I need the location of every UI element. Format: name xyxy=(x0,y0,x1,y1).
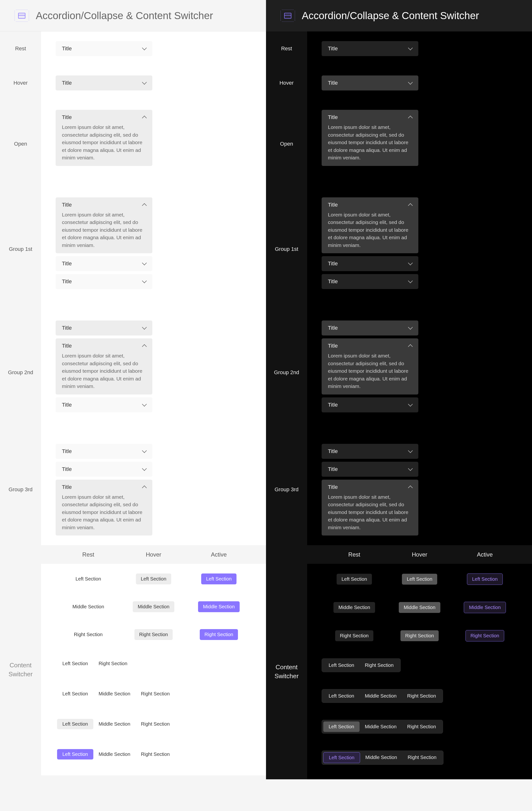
accordion-title: Title xyxy=(328,202,338,208)
tab-middle[interactable]: Middle Section xyxy=(93,689,136,699)
tab-left[interactable]: Left Section xyxy=(57,719,93,729)
tab-middle[interactable]: Middle Section xyxy=(360,721,402,732)
accordion-title: Title xyxy=(62,466,72,472)
state-label-group3: Group 3rd xyxy=(0,434,41,546)
tab-left[interactable]: Left Section xyxy=(57,658,93,669)
tab-right[interactable]: Right Section xyxy=(402,721,441,732)
accordion-title: Title xyxy=(62,343,72,349)
tab-right[interactable]: Right Section xyxy=(136,689,175,699)
tab-right[interactable]: Right Section xyxy=(402,752,442,763)
accordion-item-open[interactable]: Title Lorem ipsum dolor sit amet, consec… xyxy=(56,338,152,395)
tab-middle[interactable]: Middle Section xyxy=(67,601,109,612)
tab-left[interactable]: Left Section xyxy=(323,752,360,763)
accordion-item[interactable]: Title xyxy=(322,321,418,336)
tab-middle[interactable]: Middle Section xyxy=(464,602,506,613)
tab-right[interactable]: Right Section xyxy=(200,629,238,640)
accordion-body: Lorem ipsum dolor sit amet, consectetur … xyxy=(328,493,412,531)
content-switcher-group: Left Section Middle Section Right Sectio… xyxy=(322,751,443,765)
tab-right[interactable]: Right Section xyxy=(135,629,173,640)
tab-left[interactable]: Left Section xyxy=(323,691,360,701)
accordion-item[interactable]: Title xyxy=(322,256,418,271)
chevron-down-icon xyxy=(142,402,147,407)
tab-left[interactable]: Left Section xyxy=(71,573,106,584)
tab-left[interactable]: Left Section xyxy=(323,721,360,732)
state-label-open: Open xyxy=(266,100,307,188)
accordion-item[interactable]: Title xyxy=(56,41,152,56)
chevron-up-icon xyxy=(142,344,147,349)
accordion-item[interactable]: Title xyxy=(322,75,418,90)
chevron-up-icon xyxy=(408,486,413,490)
tab-left[interactable]: Left Section xyxy=(57,689,93,699)
accordion-item[interactable]: Title xyxy=(322,462,418,477)
tab-middle[interactable]: Middle Section xyxy=(360,691,402,701)
accordion-item[interactable]: Title xyxy=(56,397,152,412)
accordion-item-open[interactable]: Title Lorem ipsum dolor sit amet, consec… xyxy=(322,110,418,166)
tab-right[interactable]: Right Section xyxy=(136,719,175,729)
state-label-hover: Hover xyxy=(266,66,307,100)
accordion-title: Title xyxy=(62,114,72,120)
tab-left[interactable]: Left Section xyxy=(57,749,93,760)
tab-middle[interactable]: Middle Section xyxy=(133,601,174,612)
tab-middle[interactable]: Middle Section xyxy=(93,719,136,729)
accordion-title: Title xyxy=(62,402,72,408)
header-icon-frame xyxy=(281,10,295,22)
tab-middle[interactable]: Middle Section xyxy=(198,601,239,612)
tab-right[interactable]: Right Section xyxy=(466,630,504,641)
accordion-item[interactable]: Title xyxy=(56,462,152,477)
state-label-group2: Group 2nd xyxy=(0,311,41,434)
accordion-item[interactable]: Title xyxy=(322,41,418,56)
accordion-title: Title xyxy=(62,45,72,52)
chevron-up-icon xyxy=(408,203,413,208)
tab-left[interactable]: Left Section xyxy=(136,573,171,584)
accordion-item-open[interactable]: Title Lorem ipsum dolor sit amet, consec… xyxy=(56,480,152,536)
accordion-title: Title xyxy=(62,325,72,331)
tab-right[interactable]: Right Section xyxy=(402,691,441,701)
tab-right[interactable]: Right Section xyxy=(93,658,133,669)
tab-left[interactable]: Left Section xyxy=(402,574,437,585)
accordion-item[interactable]: Title xyxy=(56,444,152,459)
tab-left[interactable]: Left Section xyxy=(337,574,372,585)
content-switcher-group: Left Section Right Section xyxy=(56,657,134,670)
accordion-item-open[interactable]: Title Lorem ipsum dolor sit amet, consec… xyxy=(322,338,418,395)
tab-right[interactable]: Right Section xyxy=(335,630,374,641)
accordion-item[interactable]: Title xyxy=(56,274,152,289)
tab-middle[interactable]: Middle Section xyxy=(93,749,136,760)
tab-middle[interactable]: Middle Section xyxy=(360,752,402,763)
tab-left[interactable]: Left Section xyxy=(467,573,503,585)
col-header-rest: Rest xyxy=(56,551,121,558)
tab-middle[interactable]: Middle Section xyxy=(399,602,440,613)
content-switcher-group: Left Section Middle Section Right Sectio… xyxy=(56,717,176,731)
chevron-up-icon xyxy=(408,344,413,349)
tab-right[interactable]: Right Section xyxy=(136,749,175,760)
tab-middle[interactable]: Middle Section xyxy=(333,602,375,613)
accordion-item[interactable]: Title xyxy=(322,397,418,412)
tab-right[interactable]: Right Section xyxy=(69,629,108,640)
tab-left[interactable]: Left Section xyxy=(201,573,236,584)
accordion-item-open[interactable]: Title Lorem ipsum dolor sit amet, consec… xyxy=(322,197,418,254)
accordion-item-open[interactable]: Title Lorem ipsum dolor sit amet, consec… xyxy=(56,110,152,166)
state-label-group1: Group 1st xyxy=(266,188,307,311)
state-label-group3: Group 3rd xyxy=(266,434,307,546)
chevron-down-icon xyxy=(142,325,147,330)
accordion-title: Title xyxy=(328,402,338,408)
chevron-down-icon xyxy=(142,466,147,471)
accordion-item[interactable]: Title xyxy=(56,321,152,336)
chevron-down-icon xyxy=(142,80,147,85)
tab-left[interactable]: Left Section xyxy=(323,660,360,671)
accordion-item-open[interactable]: Title Lorem ipsum dolor sit amet, consec… xyxy=(322,480,418,536)
accordion-title: Title xyxy=(62,484,72,490)
chevron-up-icon xyxy=(142,486,147,490)
accordion-item[interactable]: Title xyxy=(56,75,152,90)
accordion-icon xyxy=(18,13,26,19)
accordion-item[interactable]: Title xyxy=(322,444,418,459)
chevron-down-icon xyxy=(408,448,413,453)
empty-label xyxy=(266,546,307,564)
accordion-item[interactable]: Title xyxy=(322,274,418,289)
accordion-title: Title xyxy=(62,278,72,285)
accordion-item[interactable]: Title xyxy=(56,256,152,271)
tab-right[interactable]: Right Section xyxy=(401,630,439,641)
accordion-body: Lorem ipsum dolor sit amet, consectetur … xyxy=(62,211,146,249)
accordion-item-open[interactable]: Title Lorem ipsum dolor sit amet, consec… xyxy=(56,197,152,254)
accordion-body: Lorem ipsum dolor sit amet, consectetur … xyxy=(328,352,412,390)
tab-right[interactable]: Right Section xyxy=(360,660,399,671)
